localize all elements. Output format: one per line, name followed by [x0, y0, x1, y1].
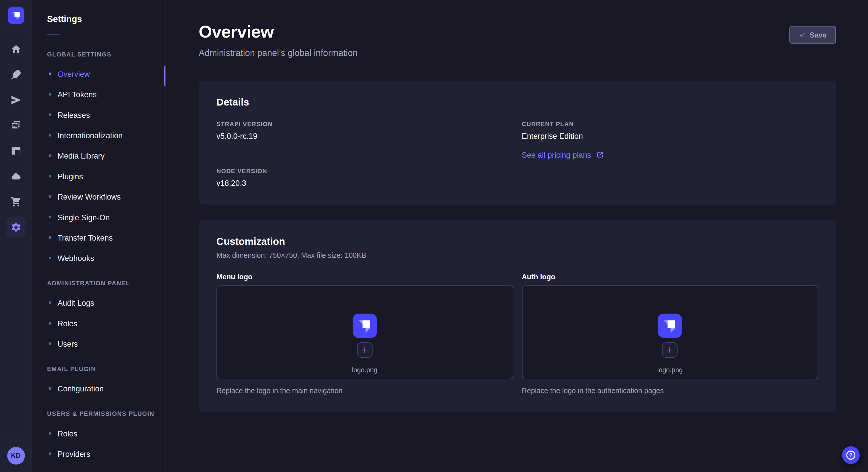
page-header-text: Overview Administration panel’s global i… [198, 22, 358, 59]
shopping-cart-icon [10, 196, 22, 208]
subnav-item-media-library[interactable]: Media Library [32, 145, 166, 166]
nav-content-manager-button[interactable] [6, 141, 26, 161]
menu-logo-file-name: logo.png [352, 366, 377, 374]
auth-logo-label: Auth logo [522, 272, 818, 281]
strapi-logomark-icon [7, 7, 24, 24]
subnav-item-overview[interactable]: Overview [32, 64, 166, 84]
subnav-item-plugins[interactable]: Plugins [32, 166, 166, 187]
subnav-item-releases[interactable]: Releases [32, 104, 166, 125]
nav-media-library-button[interactable] [6, 115, 26, 135]
details-card-title: Details [216, 96, 818, 108]
subnav-item-admin-users[interactable]: Users [32, 334, 166, 354]
subnav-item-label: Transfer Tokens [58, 233, 113, 242]
subnav-item-internationalization[interactable]: Internationalization [32, 125, 166, 145]
nav-marketplace-button[interactable] [6, 192, 26, 212]
rail-footer-divider [0, 440, 32, 440]
strapi-logomark-icon [658, 313, 682, 338]
page-header: Overview Administration panel’s global i… [198, 22, 836, 59]
logo-inputs-grid: Menu logo lo [216, 272, 818, 396]
customization-card-title: Customization [216, 236, 818, 248]
main-nav: KD [0, 0, 32, 472]
subnav-item-admin-roles[interactable]: Roles [32, 313, 166, 334]
subnav-item-api-tokens[interactable]: API Tokens [32, 84, 166, 104]
section-label: ADMINISTRATION PANEL [32, 279, 166, 287]
subnav-item-single-sign-on[interactable]: Single Sign-On [32, 207, 166, 227]
subnav-item-label: Internationalization [58, 131, 123, 140]
auth-logo-file-name: logo.png [657, 366, 683, 374]
cloud-icon [10, 171, 22, 182]
bullet-icon [49, 134, 52, 137]
bullet-icon [49, 195, 52, 198]
bullet-icon [49, 93, 52, 96]
settings-subnav: Settings GLOBAL SETTINGS Overview API To… [32, 0, 166, 472]
nav-releases-button[interactable] [6, 90, 26, 110]
subnav-item-label: Configuration [58, 384, 104, 393]
field-label: STRAPI VERSION [216, 121, 513, 128]
subnav-item-up-providers[interactable]: Providers [32, 444, 166, 464]
section-label: GLOBAL SETTINGS [32, 50, 166, 58]
subnav-item-transfer-tokens[interactable]: Transfer Tokens [32, 227, 166, 248]
feather-icon [10, 69, 22, 80]
subnav-item-review-workflows[interactable]: Review Workflows [32, 187, 166, 207]
bullet-icon [49, 322, 52, 325]
subnav-item-label: Audit Logs [58, 298, 94, 307]
field-value: Enterprise Edition [522, 131, 818, 141]
nav-home-button[interactable] [6, 39, 26, 59]
subnav-item-label: Media Library [58, 151, 105, 160]
svg-text:?: ? [849, 452, 852, 458]
bullet-icon [49, 216, 52, 218]
subnav-item-audit-logs[interactable]: Audit Logs [32, 293, 166, 313]
subnav-item-label: Users [58, 339, 78, 348]
rail-footer: KD [0, 440, 32, 472]
subnav-title: Settings [47, 13, 152, 25]
subnav-item-up-roles[interactable]: Roles [32, 423, 166, 443]
field-label: CURRENT PLAN [522, 121, 818, 128]
subnav-header: Settings [32, 0, 166, 35]
plus-icon [666, 346, 674, 354]
check-icon [799, 32, 805, 38]
menu-logo-input: Menu logo lo [216, 272, 513, 396]
save-button[interactable]: Save [789, 26, 836, 44]
section-global-settings: GLOBAL SETTINGS Overview API Tokens Rele… [32, 50, 166, 268]
question-mark-circle-icon: ? [845, 450, 857, 461]
bullet-icon [49, 432, 52, 435]
see-all-pricing-plans-link[interactable]: See all pricing plans [522, 150, 604, 160]
main-nav-icons [0, 32, 32, 237]
auth-logo-add-button[interactable] [662, 342, 678, 358]
field-label: NODE VERSION [216, 167, 513, 175]
external-link-icon [596, 151, 604, 159]
subnav-item-label: Roles [58, 429, 78, 438]
gear-icon [10, 222, 22, 233]
home-icon [10, 43, 22, 55]
subnav-item-label: API Tokens [58, 90, 97, 99]
customization-card: Customization Max dimension: 750×750, Ma… [198, 220, 836, 412]
app-window: KD Settings GLOBAL SETTINGS Overview API… [0, 0, 868, 472]
auth-logo-upload-box[interactable]: logo.png [522, 285, 818, 379]
nav-content-type-builder-button[interactable] [6, 65, 26, 85]
subnav-item-email-configuration[interactable]: Configuration [32, 378, 166, 399]
bullet-icon [49, 236, 52, 239]
page-subtitle: Administration panel’s global informatio… [198, 47, 358, 59]
bullet-icon [49, 342, 52, 345]
details-card: Details STRAPI VERSION v5.0.0-rc.19 CURR… [198, 81, 836, 205]
main-content: Overview Administration panel’s global i… [166, 0, 868, 472]
nav-settings-button[interactable] [6, 217, 26, 237]
customization-card-subtitle: Max dimension: 750×750, Max file size: 1… [216, 250, 818, 260]
bullet-icon [49, 154, 52, 157]
user-avatar[interactable]: KD [7, 447, 25, 465]
nav-deploy-button[interactable] [6, 166, 26, 186]
strapi-logomark-icon [352, 313, 377, 338]
menu-logo-preview [352, 313, 377, 338]
subnav-item-webhooks[interactable]: Webhooks [32, 248, 166, 268]
subnav-item-label: Providers [58, 449, 90, 458]
menu-logo-add-button[interactable] [357, 342, 372, 358]
pricing-link-label: See all pricing plans [522, 150, 591, 160]
subnav-item-label: Webhooks [58, 254, 94, 262]
plus-icon [361, 346, 369, 354]
strapi-logo-button[interactable] [7, 7, 24, 24]
help-button[interactable]: ? [842, 446, 860, 464]
bullet-icon [49, 452, 52, 456]
menu-logo-upload-box[interactable]: logo.png [216, 285, 513, 379]
menu-logo-label: Menu logo [216, 272, 513, 281]
auth-logo-caption: Replace the logo in the authentication p… [522, 386, 818, 396]
